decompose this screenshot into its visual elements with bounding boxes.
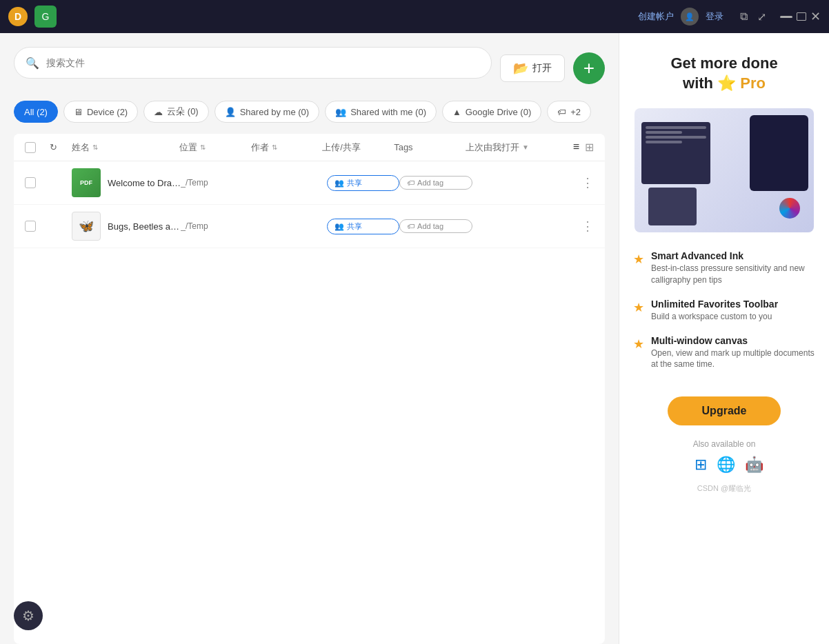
filter-tab-all[interactable]: All (2) (14, 101, 58, 123)
row2-checkbox-cell (25, 221, 50, 232)
credit-text: CSDN @耀临光 (697, 483, 751, 494)
row2-more-button[interactable]: ⋮ (581, 219, 594, 234)
promo-line-2 (646, 136, 706, 139)
header-last-opened[interactable]: 上次由我打开 ▼ (466, 141, 573, 154)
platform-icons: ⊞ 🌐 🤖 (685, 456, 763, 474)
share-icon-row2: 👥 (334, 222, 344, 231)
filter-tab-shared-with-me[interactable]: 👥 Shared with me (0) (325, 101, 437, 123)
table-row[interactable]: PDF Welcome to Drawboard PDF - Rea _/Tem… (14, 161, 605, 205)
right-panel: Get more done with ⭐ Pro (619, 33, 829, 644)
row1-tags-cell: 🏷 Add tag (399, 176, 472, 190)
maximize-button[interactable] (797, 12, 806, 21)
row1-filename: Welcome to Drawboard PDF - Rea (108, 178, 181, 188)
create-account-link[interactable]: 创建帐户 (638, 10, 674, 23)
promo-line-short-2 (646, 141, 682, 143)
filter-shared-by-me-label: Shared by me (0) (240, 107, 309, 117)
location-sort-icon: ⇅ (200, 143, 206, 151)
row2-checkbox[interactable] (25, 221, 36, 232)
filter-google-drive-label: Google Drive (0) (466, 107, 531, 117)
login-link[interactable]: 登录 (706, 10, 723, 23)
add-icon: + (583, 57, 595, 79)
feature-multiwindow-desc: Open, view and mark up multiple document… (651, 348, 815, 371)
row1-more-button[interactable]: ⋮ (581, 175, 594, 190)
author-header-label: 作者 (251, 141, 269, 154)
row1-checkbox[interactable] (25, 177, 36, 188)
feature-item-toolbar: ★ Unlimited Favorites Toolbar Build a wo… (633, 299, 815, 323)
row1-add-tag[interactable]: 🏷 Add tag (399, 176, 472, 190)
promo-screen-small (648, 188, 697, 225)
star-icon-1: ★ (633, 252, 644, 267)
row1-upload-cell: 👥 共享 (327, 175, 400, 191)
feature-toolbar-content: Unlimited Favorites Toolbar Build a work… (651, 299, 778, 323)
list-view-icon[interactable]: ≡ (573, 141, 579, 154)
feature-toolbar-title: Unlimited Favorites Toolbar (651, 299, 778, 310)
row1-share-label: 共享 (347, 178, 362, 188)
star-icon-2: ★ (633, 300, 644, 315)
pro-title: Get more done with ⭐ Pro (670, 54, 777, 93)
filter-tab-more[interactable]: 🏷 +2 (547, 101, 591, 123)
filter-tab-shared-by-me[interactable]: 👤 Shared by me (0) (214, 101, 319, 123)
row2-add-tag[interactable]: 🏷 Add tag (399, 219, 472, 233)
tag-icon-row1: 🏷 (407, 179, 415, 187)
feature-item-multiwindow: ★ Multi-window canvas Open, view and mar… (633, 335, 815, 371)
row2-filename: Bugs, Beetles and Butterflies.pdf (108, 221, 181, 232)
row2-tag-label: Add tag (417, 222, 443, 230)
search-icon: 🔍 (26, 57, 39, 70)
expand-icon[interactable]: ⤢ (757, 10, 766, 23)
shared-with-me-icon: 👥 (335, 107, 346, 117)
header-checkbox-cell (25, 142, 50, 153)
promo-line-short (646, 131, 682, 134)
last-opened-sort-icon: ▼ (522, 143, 529, 151)
filter-tab-cloud[interactable]: ☁ 云朵 (0) (143, 101, 209, 123)
upgrade-button[interactable]: Upgrade (668, 396, 781, 425)
select-all-checkbox[interactable] (25, 142, 36, 153)
add-button[interactable]: + (573, 52, 605, 84)
row1-thumbnail: PDF (72, 168, 101, 197)
device-icon: 🖥 (74, 107, 83, 117)
location-header-label: 位置 (179, 141, 197, 154)
minimize-button[interactable] (780, 16, 792, 18)
grid-view-icon[interactable]: ⊞ (585, 141, 594, 154)
view-toggle: ≡ ⊞ (573, 141, 594, 154)
filter-more-label: +2 (570, 107, 581, 117)
search-input[interactable] (46, 57, 480, 68)
web-icon: 🌐 (717, 456, 735, 474)
feature-ink-title: Smart Advanced Ink (651, 250, 815, 261)
main-container: 🔍 📂 打开 + All (2) 🖥 Device (2) ☁ 云朵 (0) (0, 33, 829, 644)
app-icon-letter: G (42, 11, 50, 22)
multiwindow-icon[interactable]: ⧉ (740, 10, 748, 23)
header-upload: 上传/共享 (322, 141, 394, 154)
row1-share-badge[interactable]: 👥 共享 (327, 175, 400, 191)
row2-share-badge[interactable]: 👥 共享 (327, 219, 400, 234)
header-author[interactable]: 作者 ⇅ (251, 141, 323, 154)
feature-ink-desc: Best-in-class pressure sensitivity and n… (651, 263, 815, 286)
filter-tabs: All (2) 🖥 Device (2) ☁ 云朵 (0) 👤 Shared b… (14, 101, 605, 123)
promo-screen-lines (641, 122, 710, 150)
cloud-icon: ☁ (154, 107, 163, 117)
shared-by-me-icon: 👤 (225, 107, 236, 117)
open-button[interactable]: 📂 打开 (500, 54, 565, 82)
header-tags: Tags (394, 142, 466, 152)
close-button[interactable]: ✕ (810, 10, 821, 23)
header-location[interactable]: 位置 ⇅ (179, 141, 251, 154)
user-avatar[interactable]: 👤 (681, 8, 699, 26)
row1-thumb-text: PDF (80, 179, 92, 186)
name-sort-icon: ⇅ (92, 143, 98, 151)
header-name[interactable]: 姓名 ⇅ (72, 141, 179, 154)
promo-screen-main (641, 122, 710, 184)
row1-checkbox-cell (25, 177, 50, 188)
filter-tab-google-drive[interactable]: ▲ Google Drive (0) (442, 101, 541, 123)
refresh-icon[interactable]: ↻ (50, 142, 57, 152)
table-row[interactable]: 🦋 Bugs, Beetles and Butterflies.pdf _/Te… (14, 205, 605, 248)
app-icon: G (34, 6, 57, 28)
search-bar: 🔍 (14, 47, 492, 79)
row2-thumb-text: 🦋 (79, 219, 94, 234)
settings-button[interactable]: ⚙ (14, 601, 43, 630)
filter-tab-device[interactable]: 🖥 Device (2) (63, 101, 138, 123)
row2-location-cell: _/Temp (181, 221, 254, 231)
google-drive-icon: ▲ (452, 107, 461, 117)
auth-area: 创建帐户 👤 登录 (638, 8, 723, 26)
last-opened-label: 上次由我打开 (466, 141, 519, 154)
promo-screen-tablet (750, 115, 808, 191)
filter-device-label: Device (2) (87, 107, 128, 117)
